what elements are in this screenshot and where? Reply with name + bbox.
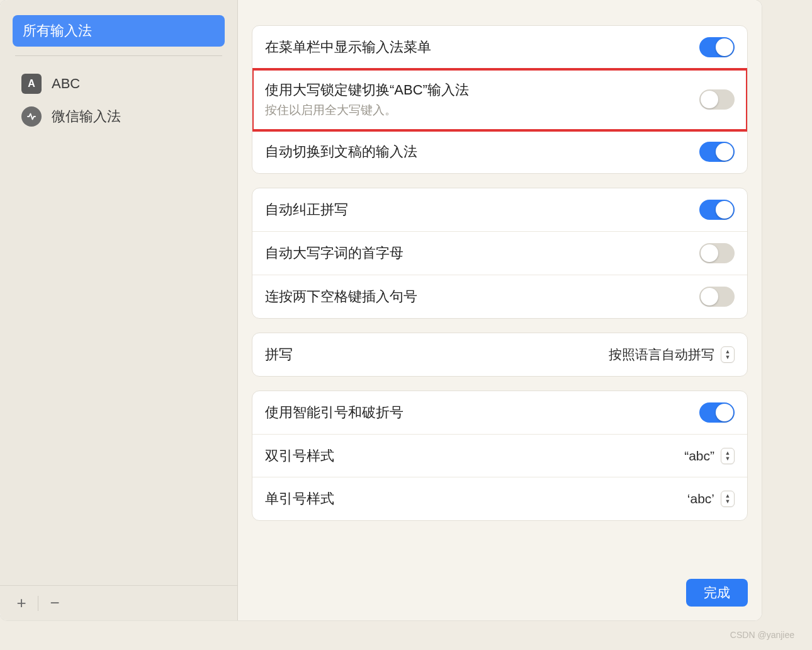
keyboard-settings-window: 所有输入法 A ABC 微信输入法 + − [0,0,762,620]
row-subtitle: 按住以启用全大写键入。 [265,102,699,118]
toggle-capslock-switch[interactable] [699,89,735,110]
dropdown-value: ‘abc’ [687,491,714,506]
row-smart-quotes: 使用智能引号和破折号 [252,391,747,435]
row-single-quote-style: 单引号样式 ‘abc’ ▲▼ [252,477,747,520]
group-spelling: 拼写 按照语言自动拼写 ▲▼ [252,333,748,377]
dropdown-single-quote[interactable]: ‘abc’ ▲▼ [687,491,735,507]
toggle-auto-switch-document[interactable] [699,142,735,162]
sidebar-top: 所有输入法 A ABC 微信输入法 [0,0,237,585]
done-button[interactable]: 完成 [686,579,748,607]
sidebar-item-label: ABC [52,76,80,92]
row-spelling: 拼写 按照语言自动拼写 ▲▼ [252,333,747,376]
toggle-double-space-period[interactable] [699,287,735,307]
row-auto-capitalize: 自动大写字词的首字母 [252,232,747,275]
main-panel: 在菜单栏中显示输入法菜单 使用大写锁定键切换“ABC”输入法 按住以启用全大写键… [238,0,762,620]
wechat-icon [21,106,42,127]
row-autocorrect: 自动纠正拼写 [252,188,747,232]
minus-icon: − [50,593,59,613]
dropdown-value: 按照语言自动拼写 [609,346,714,363]
watermark: CSDN @yanjiee [730,630,794,640]
toolbar-separator [38,596,38,611]
row-title: 自动切换到文稿的输入法 [265,142,699,161]
done-label: 完成 [704,585,730,600]
row-double-space-period: 连按两下空格键插入句号 [252,275,747,318]
footer: 完成 [252,566,748,607]
row-title: 使用智能引号和破折号 [265,403,699,422]
row-title: 使用大写锁定键切换“ABC”输入法 [265,81,699,100]
sidebar-item-label: 微信输入法 [52,107,121,126]
settings-groups: 在菜单栏中显示输入法菜单 使用大写锁定键切换“ABC”输入法 按住以启用全大写键… [252,25,748,566]
toggle-show-input-menu[interactable] [699,37,735,57]
sidebar: 所有输入法 A ABC 微信输入法 + − [0,0,238,620]
group-input-menu: 在菜单栏中显示输入法菜单 使用大写锁定键切换“ABC”输入法 按住以启用全大写键… [252,25,748,174]
plus-icon: + [16,593,26,613]
row-title: 自动纠正拼写 [265,200,699,219]
updown-icon: ▲▼ [721,346,735,363]
row-double-quote-style: 双引号样式 “abc” ▲▼ [252,435,747,477]
updown-icon: ▲▼ [721,491,735,507]
toggle-smart-quotes[interactable] [699,402,735,423]
row-title: 双引号样式 [265,447,684,465]
dropdown-double-quote[interactable]: “abc” ▲▼ [684,448,735,464]
abc-icon: A [21,74,42,94]
group-text-correction: 自动纠正拼写 自动大写字词的首字母 连按两下空格键插入句号 [252,188,748,319]
row-title: 拼写 [265,345,609,364]
sidebar-divider [15,55,222,56]
remove-input-source-button[interactable]: − [43,592,66,615]
row-title: 自动大写字词的首字母 [265,244,699,263]
row-title: 单引号样式 [265,489,687,508]
toggle-autocorrect[interactable] [699,200,735,220]
add-input-source-button[interactable]: + [10,592,33,615]
sidebar-toolbar: + − [0,585,237,620]
sidebar-item-abc[interactable]: A ABC [13,67,225,100]
row-auto-switch-document: 自动切换到文稿的输入法 [252,130,747,173]
row-capslock-switch: 使用大写锁定键切换“ABC”输入法 按住以启用全大写键入。 [252,69,747,130]
dropdown-spelling[interactable]: 按照语言自动拼写 ▲▼ [609,346,735,363]
sidebar-item-wechat[interactable]: 微信输入法 [13,100,225,133]
sidebar-selected-label: 所有输入法 [23,23,92,38]
group-quotes: 使用智能引号和破折号 双引号样式 “abc” ▲▼ 单引号样式 ‘abc’ ▲▼ [252,391,748,521]
sidebar-all-input-sources[interactable]: 所有输入法 [13,15,225,47]
row-title: 连按两下空格键插入句号 [265,287,699,306]
toggle-auto-capitalize[interactable] [699,243,735,263]
row-title: 在菜单栏中显示输入法菜单 [265,38,699,57]
updown-icon: ▲▼ [721,448,735,464]
row-show-input-menu: 在菜单栏中显示输入法菜单 [252,26,747,69]
dropdown-value: “abc” [684,448,714,464]
